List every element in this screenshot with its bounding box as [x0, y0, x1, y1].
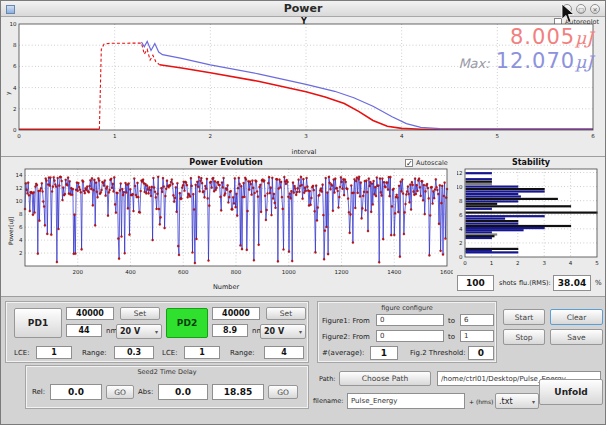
figure-configure-title: figure configure — [318, 304, 496, 312]
choose-path-button[interactable]: Choose Path — [339, 371, 431, 386]
abs-current-input[interactable] — [212, 384, 264, 400]
svg-text:6: 6 — [19, 224, 23, 230]
stability-title: Stability — [457, 158, 605, 167]
unfold-button[interactable]: Unfold — [539, 379, 603, 405]
abs-input[interactable] — [158, 384, 208, 400]
svg-text:1: 1 — [490, 260, 494, 266]
filename-input[interactable] — [347, 393, 465, 409]
seed2-delay-title: Seed2 Time Delay — [26, 368, 308, 376]
seed2-delay-group: Seed2 Time Delay Rel: GO Abs: GO — [25, 365, 309, 409]
svg-text:6: 6 — [591, 133, 595, 139]
svg-text:2: 2 — [209, 133, 213, 139]
minimize-icon[interactable]: – — [562, 4, 572, 14]
figure1-xlabel: interval — [1, 148, 606, 156]
average-input[interactable] — [370, 346, 398, 360]
start-button[interactable]: Start — [503, 309, 545, 325]
abs-go-button[interactable]: GO — [268, 385, 298, 399]
abs-label: Abs: — [138, 388, 153, 396]
pd1-lce-input[interactable] — [36, 346, 72, 359]
svg-text:3: 3 — [304, 133, 308, 139]
svg-text:0: 0 — [463, 260, 467, 266]
pd2-button[interactable]: PD2 — [166, 308, 208, 338]
max-energy-value: 12.070 — [496, 49, 575, 73]
pd1-counts-input[interactable] — [66, 307, 114, 320]
svg-text:12: 12 — [457, 170, 463, 176]
figure1-panel: Y Autoreplot y 01234560246810 interval 8… — [1, 17, 606, 157]
extension-select[interactable]: .txt▾ — [495, 393, 539, 409]
pd1-range-input[interactable] — [114, 346, 154, 359]
chevron-down-icon: ▾ — [299, 328, 302, 335]
save-button[interactable]: Save — [550, 329, 603, 345]
autoscale-checkbox[interactable]: ✓ Autoscale — [405, 159, 448, 167]
svg-text:6: 6 — [459, 212, 463, 218]
autoscale-checkbox-label: Autoscale — [416, 159, 448, 167]
chevron-down-icon: ▾ — [532, 398, 535, 405]
svg-text:10: 10 — [457, 184, 463, 190]
figure1-from-input[interactable] — [376, 314, 444, 326]
svg-text:3: 3 — [542, 260, 546, 266]
svg-text:1600: 1600 — [440, 269, 453, 275]
figure2-from-input[interactable] — [376, 330, 444, 342]
close-icon[interactable]: ✕ — [590, 4, 600, 14]
rel-go-button[interactable]: GO — [106, 385, 134, 399]
svg-text:0: 0 — [13, 127, 17, 133]
pd2-lce-label: LCE: — [162, 349, 178, 357]
window-title: Power — [1, 2, 605, 15]
svg-text:4: 4 — [569, 260, 573, 266]
rel-input[interactable] — [50, 384, 102, 400]
pd1-nm-input[interactable] — [66, 324, 102, 337]
pd2-range-input[interactable] — [264, 346, 304, 359]
svg-text:6: 6 — [13, 63, 17, 69]
pd2-voltage-select[interactable]: 20 V▾ — [260, 324, 306, 339]
svg-text:1: 1 — [113, 133, 117, 139]
pd1-set-button[interactable]: Set — [120, 307, 160, 320]
svg-text:2: 2 — [459, 240, 463, 246]
svg-text:800: 800 — [231, 269, 242, 275]
svg-text:5: 5 — [595, 260, 599, 266]
pd2-counts-input[interactable] — [212, 307, 260, 320]
autoscale-checkbox-box[interactable]: ✓ — [405, 159, 413, 167]
pd1-button[interactable]: PD1 — [14, 308, 62, 338]
figure2-to-input[interactable] — [460, 330, 494, 342]
svg-text:400: 400 — [125, 269, 136, 275]
svg-text:2: 2 — [516, 260, 520, 266]
maximize-icon[interactable]: □ — [576, 4, 586, 14]
pd2-nm-input[interactable] — [212, 324, 248, 337]
rms-input[interactable] — [553, 275, 591, 291]
fig2-threshold-input[interactable] — [468, 346, 494, 360]
rel-label: Rel: — [32, 388, 45, 396]
stability-plot: 012345024681012 — [457, 167, 605, 275]
pd1-voltage-select[interactable]: 20 V▾ — [116, 324, 162, 339]
pd2-set-button[interactable]: Set — [266, 307, 306, 320]
filename-suffix-label: + (hms) — [469, 398, 493, 405]
shots-input[interactable] — [457, 275, 494, 291]
svg-text:4: 4 — [13, 85, 17, 91]
pd1-lce-label: LCE: — [14, 349, 30, 357]
figure2-from-label: Figure2: From — [322, 333, 370, 341]
pd1-voltage-value: 20 V — [120, 327, 140, 336]
pd1-range-label: Range: — [82, 349, 107, 357]
svg-text:5: 5 — [496, 133, 500, 139]
extension-value: .txt — [499, 397, 513, 406]
figure2-panel: Power Evolution ✓ Autoscale Power[uJ] 20… — [1, 157, 606, 297]
svg-text:2: 2 — [19, 250, 23, 256]
pd2-lce-input[interactable] — [184, 346, 220, 359]
figure2-xlabel: Number — [1, 283, 451, 291]
average-label: #(average): — [322, 349, 364, 357]
svg-text:8: 8 — [459, 198, 463, 204]
stop-button[interactable]: Stop — [503, 329, 545, 345]
svg-text:14: 14 — [16, 172, 23, 178]
svg-text:1200: 1200 — [335, 269, 349, 275]
chevron-down-icon: ▾ — [155, 328, 158, 335]
svg-text:4: 4 — [459, 226, 463, 232]
current-energy-value: 8.005 — [510, 25, 575, 49]
svg-text:10: 10 — [10, 21, 17, 27]
svg-text:200: 200 — [73, 269, 84, 275]
svg-text:4: 4 — [400, 133, 404, 139]
max-energy-label: Max: — [458, 56, 489, 71]
title-bar[interactable]: Power – □ ✕ — [1, 1, 605, 17]
figure1-to-input[interactable] — [460, 314, 494, 326]
clear-button[interactable]: Clear — [550, 309, 603, 325]
svg-text:0: 0 — [459, 254, 463, 260]
max-energy-unit: µJ — [575, 52, 593, 72]
